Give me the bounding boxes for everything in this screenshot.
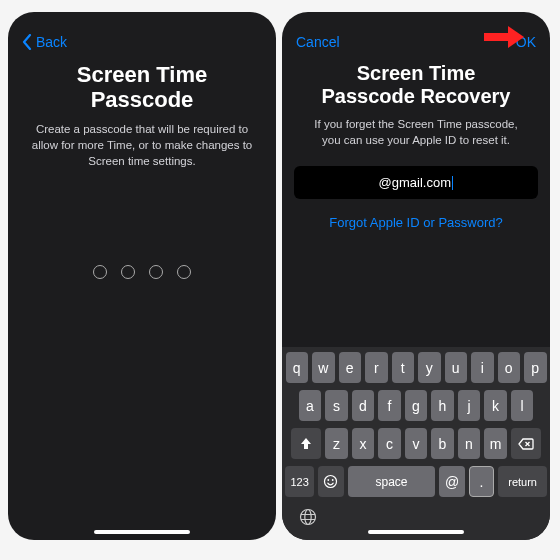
nav-bar: Back [8, 12, 276, 62]
space-key[interactable]: space [348, 466, 436, 497]
key-d[interactable]: d [352, 390, 375, 421]
key-o[interactable]: o [498, 352, 521, 383]
passcode-dot [177, 265, 191, 279]
key-m[interactable]: m [484, 428, 507, 459]
screen-passcode-recovery: Cancel OK Screen Time Passcode Recovery … [282, 12, 550, 540]
svg-point-2 [332, 479, 334, 481]
svg-point-1 [328, 479, 330, 481]
key-h[interactable]: h [431, 390, 454, 421]
kb-row-4: 123 space @ . return [285, 466, 547, 497]
home-indicator[interactable] [94, 530, 190, 534]
key-y[interactable]: y [418, 352, 441, 383]
svg-point-3 [301, 510, 316, 525]
passcode-dot [93, 265, 107, 279]
key-v[interactable]: v [405, 428, 428, 459]
key-x[interactable]: x [352, 428, 375, 459]
chevron-left-icon [22, 34, 32, 50]
numbers-key[interactable]: 123 [285, 466, 314, 497]
key-b[interactable]: b [431, 428, 454, 459]
globe-icon [299, 508, 317, 526]
passcode-dot [121, 265, 135, 279]
key-t[interactable]: t [392, 352, 415, 383]
annotation-arrow [484, 26, 524, 48]
passcode-dot [149, 265, 163, 279]
key-j[interactable]: j [458, 390, 481, 421]
apple-id-input[interactable]: @gmail.com [294, 166, 538, 199]
key-c[interactable]: c [378, 428, 401, 459]
key-z[interactable]: z [325, 428, 348, 459]
kb-row-2: asdfghjkl [285, 390, 547, 421]
keyboard: qwertyuiop asdfghjkl zxcvbnm 123 space @… [282, 347, 550, 540]
screen-passcode-create: Back Screen Time Passcode Create a passc… [8, 12, 276, 540]
backspace-icon [518, 438, 534, 450]
page-title: Screen Time Passcode [8, 62, 276, 113]
return-key[interactable]: return [498, 466, 547, 497]
key-e[interactable]: e [339, 352, 362, 383]
key-i[interactable]: i [471, 352, 494, 383]
at-key[interactable]: @ [439, 466, 464, 497]
svg-point-0 [325, 476, 337, 488]
key-l[interactable]: l [511, 390, 534, 421]
home-indicator[interactable] [368, 530, 464, 534]
globe-key[interactable] [285, 504, 547, 532]
backspace-key[interactable] [511, 428, 541, 459]
key-u[interactable]: u [445, 352, 468, 383]
page-description: If you forget the Screen Time passcode, … [282, 108, 550, 148]
back-button[interactable]: Back [22, 34, 78, 50]
key-q[interactable]: q [286, 352, 309, 383]
key-n[interactable]: n [458, 428, 481, 459]
key-p[interactable]: p [524, 352, 547, 383]
key-g[interactable]: g [405, 390, 428, 421]
key-f[interactable]: f [378, 390, 401, 421]
passcode-dots[interactable] [8, 265, 276, 279]
key-r[interactable]: r [365, 352, 388, 383]
period-key[interactable]: . [469, 466, 494, 497]
kb-row-1: qwertyuiop [285, 352, 547, 383]
shift-icon [299, 437, 313, 451]
forgot-link[interactable]: Forgot Apple ID or Password? [282, 215, 550, 230]
key-k[interactable]: k [484, 390, 507, 421]
svg-point-4 [305, 510, 311, 525]
cancel-button[interactable]: Cancel [296, 34, 352, 50]
page-description: Create a passcode that will be required … [8, 113, 276, 169]
back-label: Back [36, 34, 67, 50]
email-value: @gmail.com [379, 175, 451, 190]
key-a[interactable]: a [299, 390, 322, 421]
emoji-key[interactable] [318, 466, 343, 497]
key-w[interactable]: w [312, 352, 335, 383]
shift-key[interactable] [291, 428, 321, 459]
page-title: Screen Time Passcode Recovery [282, 62, 550, 108]
kb-row-3: zxcvbnm [285, 428, 547, 459]
emoji-icon [323, 474, 338, 489]
key-s[interactable]: s [325, 390, 348, 421]
cancel-label: Cancel [296, 34, 340, 50]
text-cursor [452, 176, 454, 190]
